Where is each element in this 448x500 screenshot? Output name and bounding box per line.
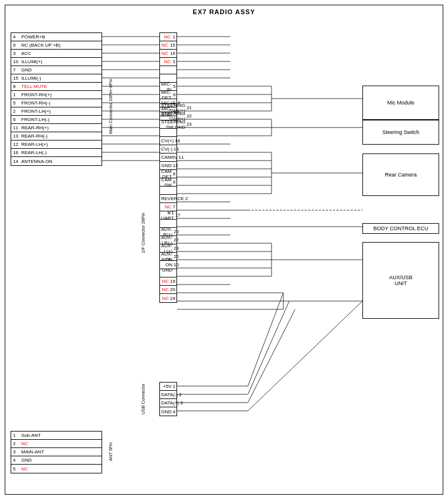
main-connector-label: Main Connector 10Pin~8Pin	[108, 47, 113, 165]
pin-row: 15 ILLUMI(-)	[11, 74, 102, 83]
body-control-ecu-label: BODY CONTROL ECU	[373, 226, 428, 231]
pin-row: 7 GND	[11, 66, 102, 74]
pin-row: 2 FRONT-LH(+)	[11, 107, 102, 116]
ant-pin-row: 3 MAIN-ANT	[11, 448, 102, 456]
ant-pin-row: 1 Sub-ANT	[11, 432, 102, 440]
ant-pin-row: 2 NC	[11, 440, 102, 448]
aux-usb-unit-box: AUX/USB UNIT	[362, 242, 439, 319]
pin-row: 9 NC (BACK UP +B)	[11, 41, 102, 50]
ant-connector-label: ANT 5Pin	[108, 431, 113, 472]
body-control-ecu-box: BODY CONTROL ECU	[362, 223, 439, 234]
aux-usb-label: AUX/USB UNIT	[389, 274, 413, 286]
ant-connector-box: 1 Sub-ANT 2 NC 3 MAIN-ANT 4 GND 5 NC	[11, 431, 102, 473]
if-connector-label: 1/F Connector 28Pin	[140, 145, 146, 322]
usb-connector-pins: +5V 1 DATA(-) 2 DATA(+) 3 GND 4	[159, 382, 177, 416]
pin-row: 13 REAR-RH(-)	[11, 132, 102, 140]
mic-module-box: Mic Module	[362, 86, 439, 120]
if-connector-pins: STEERING SW1(+) 21 STEERING SW2(+) 22 ST…	[159, 103, 177, 303]
pin-row: 10 ILLUMI(+)	[11, 58, 102, 66]
pin-row: 8 TELL MUTE	[11, 83, 102, 91]
pin-row: 12 REAR-LH(+)	[11, 140, 102, 149]
rear-camera-label: Rear Camera	[385, 172, 417, 178]
pin-row: 6 FRONT-LH(-)	[11, 116, 102, 124]
main-connector-box: 4 POWER+B 9 NC (BACK UP +B) 3 ACC 10 ILL…	[11, 32, 102, 166]
mic-module-label: Mic Module	[387, 100, 414, 106]
main-title: EX7 RADIO ASSY	[193, 8, 256, 15]
ant-pin-row: 4 GND	[11, 456, 102, 465]
steering-switch-label: Steering Switch	[382, 129, 420, 135]
pin-row: 14 ANTENNA-ON	[11, 157, 102, 165]
pin-row: 11 REAR-RH(+)	[11, 124, 102, 132]
steering-switch-box: Steering Switch	[362, 120, 439, 145]
pin-row: 3 ACC	[11, 50, 102, 58]
pin-row: 4 POWER+B	[11, 33, 102, 41]
pin-row: 16 REAR-LH(-)	[11, 149, 102, 157]
rear-camera-box: Rear Camera	[362, 153, 439, 196]
usb-connector-label: USB Connector	[140, 382, 146, 416]
pin-row: 5 FRONT-RH(-)	[11, 99, 102, 107]
pin-row: 1 FRONT-RH(+)	[11, 91, 102, 99]
ant-pin-row: 5 NC	[11, 465, 102, 473]
